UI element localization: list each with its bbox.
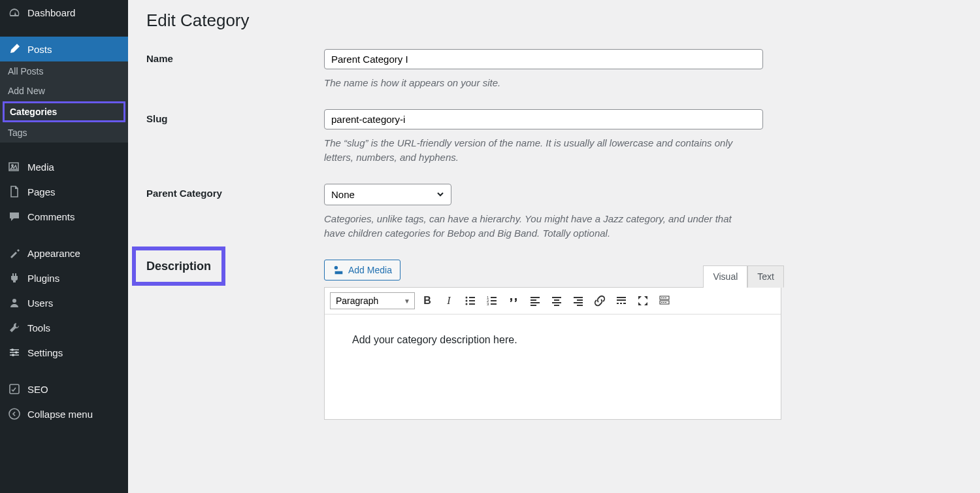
svg-rect-20 [491, 300, 497, 301]
bold-button[interactable]: B [418, 292, 436, 310]
svg-rect-35 [617, 299, 626, 301]
format-select[interactable]: Paragraph▼ [330, 292, 415, 309]
menu-seo[interactable]: SEO [0, 377, 128, 401]
slug-input[interactable] [324, 109, 763, 129]
name-label: Name [146, 49, 324, 64]
submenu-categories[interactable]: Categories [3, 101, 125, 122]
menu-posts[interactable]: Posts [0, 37, 128, 61]
submenu-tags[interactable]: Tags [0, 123, 128, 143]
svg-rect-46 [665, 302, 666, 303]
svg-rect-45 [663, 302, 664, 303]
tab-visual[interactable]: Visual [703, 265, 747, 288]
svg-rect-25 [531, 305, 536, 306]
svg-rect-26 [552, 297, 561, 298]
menu-users[interactable]: Users [0, 290, 128, 315]
description-editor: Paragraph▼ B I 123 Add you [324, 287, 781, 420]
menu-pages[interactable]: Pages [0, 179, 128, 204]
numbered-list-button[interactable]: 123 [483, 292, 501, 310]
admin-sidebar: Dashboard Posts All Posts Add New Catego… [0, 0, 128, 493]
description-textarea[interactable]: Add your category description here. [325, 314, 781, 419]
menu-appearance[interactable]: Appearance [0, 241, 128, 265]
slug-help: The “slug” is the URL-friendly version o… [324, 136, 755, 165]
name-input[interactable] [324, 49, 763, 69]
svg-rect-33 [577, 305, 583, 306]
editor-toolbar: Paragraph▼ B I 123 [325, 288, 781, 314]
svg-rect-36 [617, 303, 619, 304]
svg-point-6 [15, 351, 18, 354]
svg-rect-14 [469, 300, 475, 301]
svg-point-12 [466, 303, 468, 305]
media-icon [333, 264, 344, 276]
align-left-button[interactable] [526, 292, 544, 310]
svg-rect-38 [623, 303, 626, 304]
svg-point-10 [466, 296, 468, 298]
svg-rect-29 [554, 305, 559, 306]
svg-rect-32 [574, 302, 583, 303]
svg-rect-34 [617, 297, 626, 298]
svg-point-7 [12, 354, 14, 356]
parent-help: Categories, unlike tags, can have a hier… [324, 212, 755, 241]
slug-label: Slug [146, 109, 324, 124]
menu-plugins[interactable]: Plugins [0, 265, 128, 290]
quote-button[interactable] [504, 292, 523, 310]
svg-point-1 [12, 299, 16, 303]
svg-rect-44 [661, 302, 662, 303]
link-button[interactable] [591, 292, 609, 310]
parent-select[interactable]: None [324, 184, 451, 205]
svg-rect-22 [531, 297, 540, 298]
align-center-button[interactable] [547, 292, 566, 310]
insert-more-button[interactable] [612, 292, 630, 310]
menu-dashboard[interactable]: Dashboard [0, 0, 128, 25]
svg-rect-13 [469, 297, 475, 298]
italic-button[interactable]: I [440, 292, 458, 310]
svg-rect-28 [552, 302, 561, 303]
name-help: The name is how it appears on your site. [324, 76, 755, 91]
svg-text:3: 3 [487, 302, 489, 306]
svg-rect-23 [531, 299, 536, 301]
menu-tools[interactable]: Tools [0, 315, 128, 340]
page-title: Edit Category [146, 10, 962, 31]
svg-rect-37 [620, 303, 622, 304]
svg-rect-40 [661, 298, 662, 298]
svg-rect-24 [531, 302, 540, 303]
svg-rect-19 [491, 297, 497, 298]
svg-rect-30 [574, 297, 583, 298]
menu-collapse[interactable]: Collapse menu [0, 401, 128, 426]
svg-rect-31 [577, 299, 583, 301]
parent-label: Parent Category [146, 184, 324, 199]
svg-rect-21 [491, 303, 497, 305]
svg-rect-41 [663, 298, 664, 298]
bullet-list-button[interactable] [461, 292, 480, 310]
add-media-button[interactable]: Add Media [324, 260, 400, 280]
description-label: Description [132, 246, 225, 286]
fullscreen-button[interactable] [634, 292, 652, 310]
svg-rect-42 [665, 298, 666, 298]
menu-comments[interactable]: Comments [0, 204, 128, 229]
align-right-button[interactable] [569, 292, 587, 310]
tab-text[interactable]: Text [747, 265, 784, 288]
menu-media[interactable]: Media [0, 154, 128, 179]
svg-rect-15 [469, 303, 475, 305]
submenu-add-new[interactable]: Add New [0, 81, 128, 101]
svg-rect-27 [554, 299, 559, 301]
svg-point-11 [466, 299, 468, 301]
svg-point-9 [9, 409, 20, 419]
submenu-all-posts[interactable]: All Posts [0, 61, 128, 81]
toolbar-toggle-button[interactable] [655, 292, 674, 310]
svg-point-5 [11, 348, 14, 351]
menu-settings[interactable]: Settings [0, 340, 128, 365]
